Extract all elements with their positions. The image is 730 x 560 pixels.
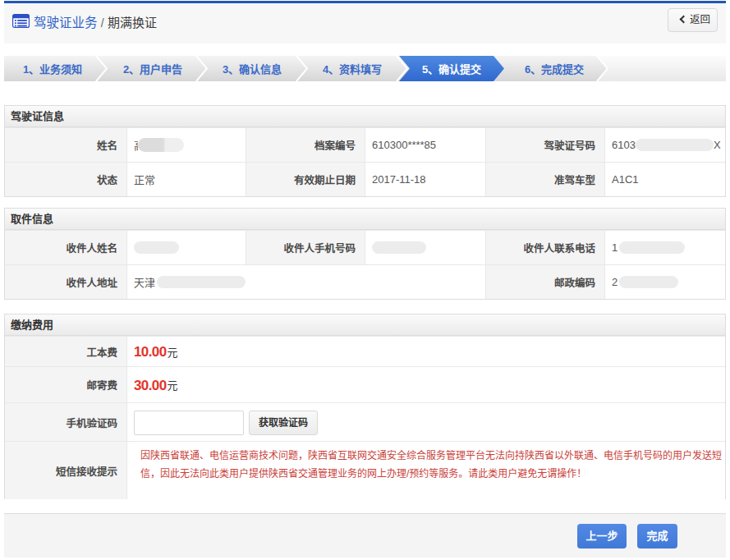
svg-text:6、完成提交: 6、完成提交 bbox=[525, 63, 584, 76]
svg-text:2、用户申告: 2、用户申告 bbox=[123, 63, 182, 76]
svg-text:1、业务须知: 1、业务须知 bbox=[23, 63, 82, 76]
svg-text:5、确认提交: 5、确认提交 bbox=[422, 63, 481, 76]
svg-text:3、确认信息: 3、确认信息 bbox=[223, 63, 282, 76]
svg-text:4、资料填写: 4、资料填写 bbox=[323, 63, 382, 76]
